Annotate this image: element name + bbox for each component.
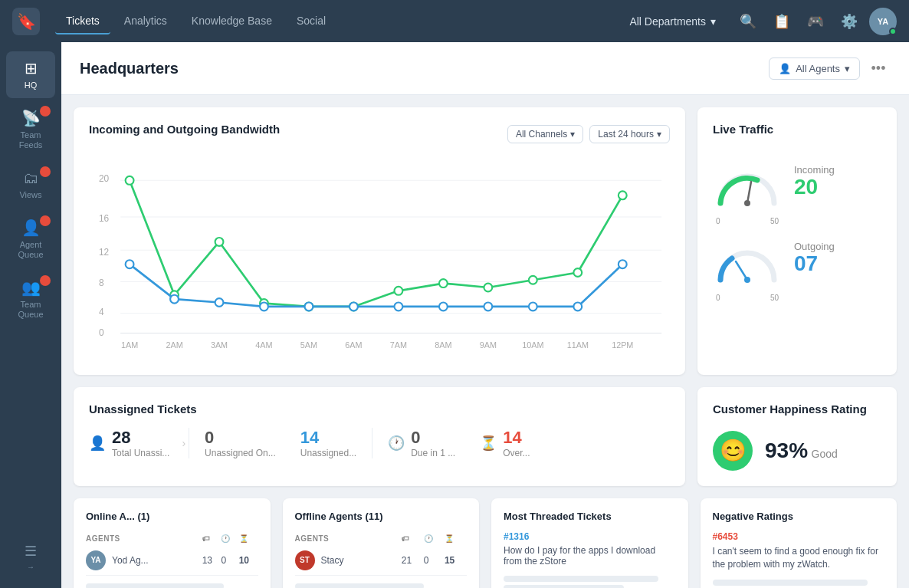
chevron-down-icon: ▾: [657, 129, 661, 140]
col-clock-icon: 🕐: [221, 534, 231, 543]
bottom-row: Online A... (1) AGENTS 🏷 🕐 ⏳: [74, 498, 897, 588]
sidebar-item-team-queue[interactable]: 👥 TeamQueue: [6, 271, 55, 327]
svg-point-44: [484, 302, 492, 310]
avatar[interactable]: YA: [869, 8, 897, 35]
offline-agents-title: Offline Agents (11): [295, 511, 468, 522]
sidebar-expand-btn[interactable]: ☰ →: [6, 535, 55, 579]
svg-point-51: [744, 277, 750, 283]
stat-unassigned: 14 Unassigned...: [288, 428, 369, 458]
incoming-label: Incoming: [794, 164, 835, 176]
col-clock-icon: 🕐: [424, 534, 434, 543]
table-row: ST Stacy 21 0 15: [295, 546, 468, 576]
outgoing-label: Outgoing: [794, 241, 835, 252]
svg-point-37: [170, 295, 179, 304]
nav-tickets[interactable]: Tickets: [55, 8, 110, 34]
agent-queue-icon: 👤: [21, 218, 41, 237]
content-area: Headquarters 👤 All Agents ▾ ••• Incoming: [61, 42, 909, 588]
nav-knowledge-base[interactable]: Knowledge Base: [181, 8, 283, 34]
svg-point-45: [529, 302, 537, 310]
skeleton-bar: [713, 580, 868, 586]
negative-desc: I can't seem to find a good enough fix f…: [713, 545, 885, 571]
svg-point-32: [484, 284, 492, 292]
user-icon: 👤: [89, 435, 106, 452]
header-right: 👤 All Agents ▾ •••: [769, 56, 891, 80]
team-feeds-icon: 📡: [21, 109, 41, 127]
more-options-button[interactable]: •••: [866, 56, 891, 80]
svg-text:12: 12: [99, 247, 110, 258]
nav-analytics[interactable]: Analytics: [113, 8, 178, 34]
online-agents-card: Online A... (1) AGENTS 🏷 🕐 ⏳: [74, 498, 271, 588]
nav-right: All Departments ▾ 🔍 📋 🎮 ⚙️ YA: [629, 8, 897, 35]
settings-icon-btn[interactable]: ⚙️: [835, 8, 863, 35]
skeleton-bar: [504, 576, 658, 582]
svg-point-26: [215, 238, 224, 246]
sidebar-item-agent-queue[interactable]: 👤 AgentQueue: [6, 211, 55, 268]
nav-links: Tickets Analytics Knowledge Base Social: [55, 8, 629, 34]
offline-agents-table: AGENTS 🏷 🕐 ⏳ ST St: [295, 531, 468, 588]
ticket-desc: How do I pay for the apps I download fro…: [504, 545, 676, 567]
agent-icon: 👤: [779, 63, 791, 74]
channels-filter-btn[interactable]: All Channels ▾: [507, 125, 583, 143]
sidebar-item-hq[interactable]: ⊞ HQ: [6, 51, 55, 98]
app-logo[interactable]: 🔖: [12, 8, 40, 35]
chevron-down-icon: ▾: [845, 63, 850, 74]
games-icon-btn[interactable]: 🎮: [802, 8, 829, 35]
svg-text:8: 8: [99, 278, 104, 288]
chevron-down-icon: ▾: [570, 129, 575, 140]
col-agent-label: AGENTS: [86, 531, 202, 546]
negative-ratings-title: Negative Ratings: [713, 511, 885, 522]
ticket-ref: #1316: [504, 531, 676, 542]
main-layout: ⊞ HQ 📡 TeamFeeds 🗂 Views 👤 AgentQueue 👥 …: [0, 42, 909, 588]
nav-social[interactable]: Social: [286, 8, 336, 34]
svg-point-24: [126, 176, 134, 185]
svg-point-31: [439, 279, 448, 287]
most-threaded-title: Most Threaded Tickets: [504, 511, 676, 522]
department-selector[interactable]: All Departments ▾: [629, 15, 716, 28]
svg-text:12PM: 12PM: [612, 340, 633, 350]
svg-point-46: [573, 302, 582, 310]
svg-text:11AM: 11AM: [567, 340, 589, 350]
svg-text:3AM: 3AM: [211, 340, 228, 350]
agent-queue-badge: [40, 215, 51, 226]
bandwidth-title: Incoming and Outgoing Bandwidth: [89, 123, 280, 136]
most-threaded-card: Most Threaded Tickets #1316 How do I pay…: [491, 498, 688, 588]
sidebar-item-views[interactable]: 🗂 Views: [6, 162, 55, 208]
online-agents-title: Online A... (1): [86, 511, 258, 522]
skeleton-bar: [295, 583, 424, 588]
team-feeds-badge: [40, 106, 51, 117]
all-agents-button[interactable]: 👤 All Agents ▾: [769, 57, 860, 80]
svg-text:5AM: 5AM: [300, 340, 317, 350]
live-traffic-section: 0 50 Incoming 20: [713, 145, 881, 289]
svg-point-41: [349, 302, 358, 310]
negative-ref: #6453: [713, 531, 885, 542]
svg-point-30: [394, 287, 402, 295]
avatar: ST: [295, 550, 315, 570]
sidebar-item-label-team-queue: TeamQueue: [18, 300, 43, 320]
svg-point-42: [394, 302, 402, 310]
notifications-icon-btn[interactable]: 📋: [768, 8, 796, 35]
svg-line-50: [736, 261, 747, 280]
sidebar-item-label-hq: HQ: [25, 80, 38, 90]
unassigned-value: 14: [300, 428, 356, 448]
views-icon: 🗂: [23, 169, 38, 187]
chevron-down-icon: ▾: [710, 15, 716, 28]
svg-text:20: 20: [99, 173, 110, 184]
due-value: 0: [411, 428, 455, 448]
negative-ratings-card: Negative Ratings #6453 I can't seem to f…: [701, 498, 898, 588]
search-icon-btn[interactable]: 🔍: [734, 8, 762, 35]
svg-point-39: [260, 302, 268, 310]
svg-text:2AM: 2AM: [166, 340, 182, 350]
outgoing-section: 0 50 Outgoing 07: [713, 228, 881, 289]
chart-controls: Incoming and Outgoing Bandwidth All Chan…: [89, 123, 670, 145]
middle-row: Unassigned Tickets 👤 28 Total Unassi... …: [74, 387, 897, 486]
sidebar-item-team-feeds[interactable]: 📡 TeamFeeds: [6, 101, 55, 158]
time-filter-btn[interactable]: Last 24 hours ▾: [589, 125, 670, 143]
total-value: 28: [112, 428, 169, 448]
stat-overdue: ⏳ 14 Over...: [468, 428, 542, 458]
sidebar: ⊞ HQ 📡 TeamFeeds 🗂 Views 👤 AgentQueue 👥 …: [0, 42, 61, 588]
top-row: Incoming and Outgoing Bandwidth All Chan…: [74, 107, 897, 375]
live-traffic-title: Live Traffic: [713, 123, 881, 136]
overdue-label: Over...: [503, 448, 530, 458]
svg-text:9AM: 9AM: [480, 340, 497, 350]
unassigned-stats: 👤 28 Total Unassi... › 0 Unassigned On.: [89, 428, 670, 458]
